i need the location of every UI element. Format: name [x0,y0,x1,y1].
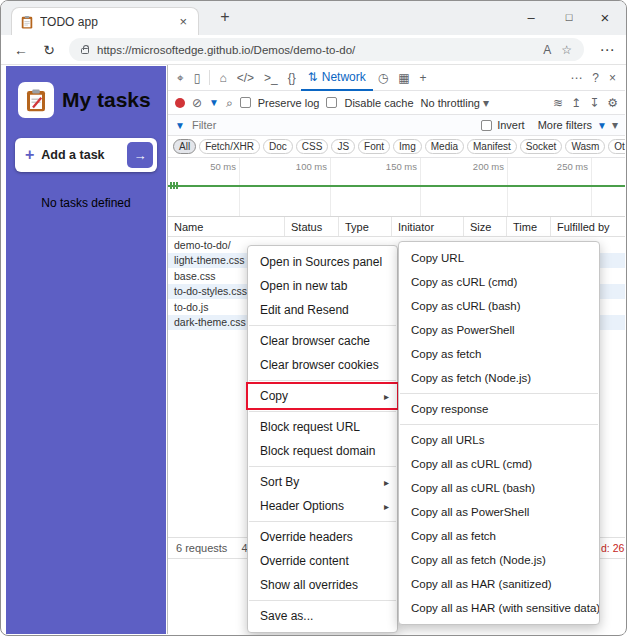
menu-item-save-as[interactable]: Save as... [248,604,397,628]
filter-pill-img[interactable]: Img [393,139,422,154]
todo-app-icon [18,82,54,118]
browser-menu-icon[interactable]: ⋯ [594,41,620,59]
submenu-item-copy-as-fetch[interactable]: Copy as fetch [399,342,599,366]
address-bar[interactable]: https://microsoftedge.github.io/Demos/de… [69,38,584,61]
filter-pill-wasm[interactable]: Wasm [565,139,605,154]
column-header-name[interactable]: Name [168,217,285,236]
filter-input[interactable] [190,118,300,132]
column-header-fulfilled-by[interactable]: Fulfilled by [551,217,625,236]
filter-pill-doc[interactable]: Doc [263,139,293,154]
menu-item-override-headers[interactable]: Override headers [248,525,397,549]
resource-type-filters: All Fetch/XHR Doc CSS JS Font Img Media … [168,136,625,158]
filter-pill-fetch-xhr[interactable]: Fetch/XHR [199,139,260,154]
menu-item-open-in-sources[interactable]: Open in Sources panel [248,250,397,274]
tab-performance-icon[interactable]: ◷ [373,71,393,85]
network-overview-timeline[interactable]: 50 ms 100 ms 150 ms 200 ms 250 ms [168,158,625,217]
devtools-more-icon[interactable]: ⋯ [565,71,587,85]
filter-pill-js[interactable]: JS [331,139,355,154]
column-header-initiator[interactable]: Initiator [392,217,464,236]
column-header-type[interactable]: Type [339,217,392,236]
read-aloud-icon[interactable]: A [543,43,551,57]
devtools-close-icon[interactable]: × [604,71,621,85]
browser-tab[interactable]: TODO app × [11,7,199,35]
submit-task-button[interactable]: → [127,142,153,168]
submenu-item-copy-response[interactable]: Copy response [399,397,599,421]
more-filters-label[interactable]: More filters [538,119,592,131]
refresh-icon[interactable]: ↻ [35,42,63,58]
submenu-item-copy-all-as-har-sensitive[interactable]: Copy all as HAR (with sensitive data) [399,596,599,620]
submenu-item-copy-all-as-fetch-nodejs[interactable]: Copy all as fetch (Node.js) [399,548,599,572]
tab-network[interactable]: ⇅ Network [301,65,373,91]
record-icon[interactable] [175,98,185,108]
inspect-icon[interactable]: ⌖ [172,71,189,85]
menu-item-open-in-new-tab[interactable]: Open in new tab [248,274,397,298]
tab-elements-icon[interactable]: </> [232,71,259,85]
tab-console-icon[interactable]: >_ [259,71,283,85]
menu-item-block-request-domain[interactable]: Block request domain [248,439,397,463]
search-icon[interactable]: ⌕ [226,96,233,110]
submenu-item-copy-all-as-curl-bash[interactable]: Copy all as cURL (bash) [399,476,599,500]
clear-icon[interactable]: ⊘ [192,96,202,110]
tab-application-icon[interactable]: ▦ [393,71,414,85]
menu-item-clear-browser-cache[interactable]: Clear browser cache [248,329,397,353]
submenu-item-copy-as-curl-cmd[interactable]: Copy as cURL (cmd) [399,270,599,294]
network-settings-gear-icon[interactable]: ⚙ [607,96,618,110]
new-tab-button[interactable]: + [213,8,237,30]
menu-item-override-content[interactable]: Override content [248,549,397,573]
more-tools-icon[interactable]: + [415,71,432,85]
menu-item-show-all-overrides[interactable]: Show all overrides [248,573,397,597]
submenu-item-copy-all-as-fetch[interactable]: Copy all as fetch [399,524,599,548]
more-filters-caret-icon[interactable]: ▾ [612,118,618,132]
filter-pill-all[interactable]: All [173,139,196,154]
filter-pill-media[interactable]: Media [425,139,464,154]
menu-item-sort-by[interactable]: Sort By ▸ [248,470,397,494]
menu-item-clear-browser-cookies[interactable]: Clear browser cookies [248,353,397,377]
menu-item-edit-and-resend[interactable]: Edit and Resend [248,298,397,322]
timeline-gridline [420,158,421,216]
column-header-size[interactable]: Size [464,217,507,236]
menu-item-block-request-url[interactable]: Block request URL [248,415,397,439]
devtools-help-icon[interactable]: ? [587,71,604,85]
invert-checkbox[interactable] [481,120,492,131]
filter-pill-font[interactable]: Font [358,139,390,154]
column-header-time[interactable]: Time [507,217,551,236]
maximize-button[interactable]: □ [550,1,588,33]
filter-pill-socket[interactable]: Socket [520,139,563,154]
device-emulation-icon[interactable]: ▯ [189,71,206,85]
url-text[interactable]: https://microsoftedge.github.io/Demos/de… [97,44,533,56]
tab-welcome-icon[interactable]: ⌂ [214,71,231,85]
menu-item-copy[interactable]: Copy ▸ [248,384,397,408]
column-header-status[interactable]: Status [285,217,339,236]
request-name: to-do.js [174,301,208,313]
submenu-item-copy-as-fetch-nodejs[interactable]: Copy as fetch (Node.js) [399,366,599,390]
submenu-item-copy-as-powershell[interactable]: Copy as PowerShell [399,318,599,342]
submenu-item-copy-all-as-har-sanitized[interactable]: Copy all as HAR (sanitized) [399,572,599,596]
todo-favicon [20,15,34,29]
submenu-item-copy-all-as-curl-cmd[interactable]: Copy all as cURL (cmd) [399,452,599,476]
filter-pill-manifest[interactable]: Manifest [467,139,517,154]
preserve-log-checkbox[interactable] [240,97,251,108]
import-har-icon[interactable]: ↧ [589,96,599,110]
throttling-dropdown[interactable]: No throttling ▾ [421,96,489,110]
minimize-button[interactable]: – [512,1,550,33]
tab-sources-icon[interactable]: {} [283,71,301,85]
menu-item-header-options[interactable]: Header Options ▸ [248,494,397,518]
network-conditions-icon[interactable]: ≋ [553,96,563,110]
submenu-item-copy-all-urls[interactable]: Copy all URLs [399,428,599,452]
filter-pill-other[interactable]: Other [608,139,625,154]
submenu-item-copy-all-as-powershell[interactable]: Copy all as PowerShell [399,500,599,524]
submenu-item-copy-url[interactable]: Copy URL [399,246,599,270]
add-task-button[interactable]: + Add a task → [15,138,157,172]
filter-funnel-icon[interactable]: ▼ [209,97,219,108]
submenu-item-copy-as-curl-bash[interactable]: Copy as cURL (bash) [399,294,599,318]
export-har-icon[interactable]: ↥ [571,96,581,110]
disable-cache-label: Disable cache [344,97,413,109]
disable-cache-checkbox[interactable] [326,97,337,108]
window-close-button[interactable]: × [586,1,624,33]
filter-pill-css[interactable]: CSS [296,139,329,154]
menu-separator [400,393,598,394]
favorite-star-icon[interactable]: ☆ [561,43,572,57]
tab-close-icon[interactable]: × [176,14,190,29]
back-icon[interactable]: ← [7,42,35,58]
requests-count: 6 requests [176,542,227,554]
